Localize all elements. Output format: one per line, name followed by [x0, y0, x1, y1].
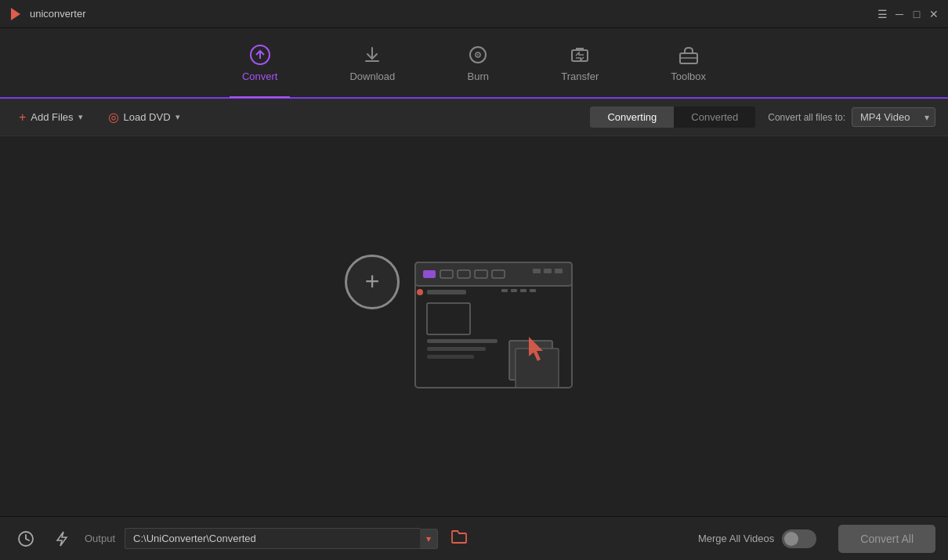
title-bar: uniconverter ☰ ─ □ ✕ — [0, 0, 948, 28]
nav-label-download: Download — [349, 70, 395, 82]
output-label: Output — [85, 533, 115, 544]
empty-illustration-svg — [376, 247, 595, 403]
format-selector-wrap: MP4 Video MKV Video AVI Video MOV Video … — [852, 107, 935, 127]
add-files-label: Add Files — [31, 111, 73, 123]
app-name: uniconverter — [30, 8, 86, 20]
svg-rect-9 — [415, 262, 572, 286]
title-bar-left: uniconverter — [8, 6, 86, 22]
output-path-wrap: ▾ — [125, 528, 438, 549]
merge-label: Merge All Videos — [698, 533, 774, 544]
convert-all-button[interactable]: Convert All — [838, 525, 935, 553]
output-dropdown-btn[interactable]: ▾ — [420, 529, 438, 549]
svg-point-18 — [417, 289, 423, 295]
svg-rect-5 — [572, 50, 588, 61]
folder-icon — [450, 529, 468, 544]
plus-symbol: + — [365, 267, 380, 296]
close-icon[interactable]: ✕ — [928, 8, 940, 20]
toolbar: + Add Files ▾ ◎ Load DVD ▾ Converting Co… — [0, 99, 948, 136]
add-files-plus-circle[interactable]: + — [345, 255, 400, 309]
load-dvd-button[interactable]: ◎ Load DVD ▾ — [102, 107, 186, 128]
svg-rect-26 — [427, 347, 486, 351]
lightning-icon — [53, 530, 71, 547]
nav-item-download[interactable]: Download — [337, 38, 407, 89]
format-selector[interactable]: MP4 Video MKV Video AVI Video MOV Video … — [852, 107, 935, 127]
nav-label-toolbox: Toolbox — [671, 70, 706, 82]
bottom-bar: Output ▾ Merge All Videos Convert All — [0, 516, 948, 560]
tab-converted[interactable]: Converted — [674, 107, 755, 128]
svg-rect-10 — [423, 270, 436, 278]
svg-rect-27 — [427, 355, 474, 359]
load-dvd-dropdown-icon[interactable]: ▾ — [175, 112, 180, 122]
merge-section: Merge All Videos — [698, 529, 816, 548]
lightning-icon-btn[interactable] — [49, 526, 75, 552]
nav-label-transfer: Transfer — [561, 70, 599, 82]
minimize-icon[interactable]: ─ — [893, 8, 906, 20]
nav-bar: Convert Download Burn — [0, 28, 948, 99]
tab-group: Converting Converted — [590, 107, 755, 128]
svg-rect-25 — [427, 339, 498, 343]
empty-state: + — [353, 247, 595, 406]
add-files-icon: + — [19, 110, 26, 125]
svg-rect-20 — [501, 289, 508, 292]
title-bar-controls: ☰ ─ □ ✕ — [876, 8, 940, 20]
burn-nav-icon — [467, 44, 489, 66]
history-icon-btn[interactable] — [13, 526, 39, 552]
convert-all-files-section: Convert all files to: MP4 Video MKV Vide… — [768, 107, 935, 127]
app-logo-icon — [8, 6, 24, 22]
tab-converting[interactable]: Converting — [590, 107, 674, 128]
load-dvd-icon: ◎ — [108, 110, 119, 125]
transfer-nav-icon — [569, 44, 591, 66]
nav-item-toolbox[interactable]: Toolbox — [658, 38, 718, 89]
convert-nav-icon — [249, 44, 271, 66]
merge-toggle[interactable] — [782, 529, 816, 548]
open-folder-btn[interactable] — [447, 526, 471, 551]
main-content: + — [0, 136, 948, 516]
convert-all-files-label: Convert all files to: — [768, 112, 845, 123]
svg-point-4 — [477, 54, 479, 56]
download-nav-icon — [361, 44, 383, 66]
nav-item-transfer[interactable]: Transfer — [548, 38, 611, 89]
svg-marker-0 — [11, 8, 20, 20]
svg-rect-21 — [511, 289, 517, 292]
maximize-icon[interactable]: □ — [910, 8, 923, 20]
add-files-dropdown-icon[interactable]: ▾ — [78, 112, 83, 122]
nav-item-convert[interactable]: Convert — [230, 38, 291, 89]
svg-rect-22 — [520, 289, 526, 292]
svg-rect-24 — [427, 303, 470, 334]
svg-rect-15 — [533, 269, 541, 273]
toolbox-nav-icon — [678, 44, 700, 66]
svg-rect-19 — [427, 290, 466, 294]
svg-marker-32 — [57, 532, 67, 546]
menu-icon[interactable]: ☰ — [876, 8, 888, 20]
svg-rect-17 — [555, 269, 563, 273]
svg-rect-23 — [530, 289, 536, 292]
nav-label-convert: Convert — [242, 70, 278, 82]
output-path-input[interactable] — [125, 528, 420, 549]
svg-rect-16 — [544, 269, 552, 273]
nav-label-burn: Burn — [468, 70, 489, 82]
file-illustration — [376, 247, 595, 406]
history-icon — [17, 530, 34, 547]
load-dvd-label: Load DVD — [124, 111, 171, 123]
add-files-button[interactable]: + Add Files ▾ — [13, 107, 89, 128]
nav-item-burn[interactable]: Burn — [454, 38, 501, 89]
